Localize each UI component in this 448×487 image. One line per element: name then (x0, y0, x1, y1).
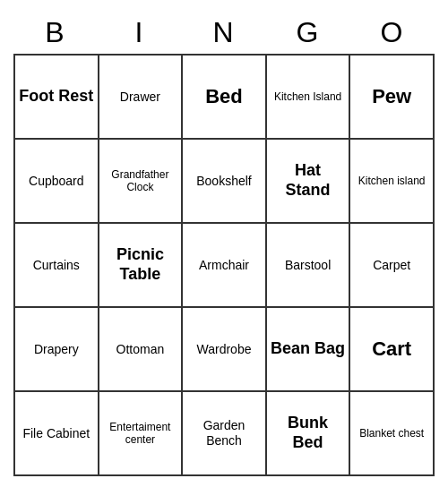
cell-text: Wardrobe (197, 342, 252, 357)
cell-text: Picnic Table (103, 245, 178, 284)
cell-1-0: Cupboard (15, 140, 99, 224)
cell-1-1: Grandfather Clock (99, 140, 184, 224)
cell-text: Blanket chest (359, 427, 424, 440)
cell-3-2: Wardrobe (183, 308, 267, 392)
cell-text: Barstool (285, 258, 331, 273)
cell-text: Carpet (373, 258, 410, 273)
bingo-grid: Foot RestDrawerBedKitchen IslandPewCupbo… (13, 54, 435, 476)
cell-2-2: Armchair (183, 224, 267, 308)
cell-text: Cupboard (29, 174, 84, 189)
cell-text: Pew (372, 85, 411, 108)
cell-text: File Cabinet (22, 426, 90, 441)
cell-text: Foot Rest (19, 87, 93, 107)
cell-2-1: Picnic Table (99, 224, 184, 308)
cell-text: Ottoman (116, 342, 165, 357)
cell-1-2: Bookshelf (183, 140, 267, 224)
cell-text: Kitchen Island (274, 90, 341, 103)
header-letter: N (182, 11, 266, 54)
cell-text: Armchair (199, 258, 249, 273)
cell-3-4: Cart (350, 308, 435, 392)
cell-1-3: Hat Stand (267, 140, 351, 224)
bingo-card: BINGO Foot RestDrawerBedKitchen IslandPe… (13, 11, 435, 476)
cell-text: Curtains (33, 258, 80, 273)
cell-text: Garden Bench (186, 418, 262, 449)
cell-2-3: Barstool (267, 224, 351, 308)
cell-4-3: Bunk Bed (267, 392, 351, 476)
cell-4-2: Garden Bench (183, 392, 267, 476)
cell-text: Drapery (34, 342, 79, 357)
cell-3-3: Bean Bag (267, 308, 351, 392)
cell-3-0: Drapery (15, 308, 99, 392)
cell-4-4: Blanket chest (350, 392, 435, 476)
bingo-header: BINGO (13, 11, 435, 54)
cell-text: Entertaiment center (103, 421, 178, 447)
cell-text: Bean Bag (271, 339, 345, 359)
cell-4-0: File Cabinet (15, 392, 99, 476)
cell-text: Cart (372, 337, 411, 361)
cell-text: Bookshelf (196, 174, 251, 189)
cell-2-4: Carpet (350, 224, 435, 308)
cell-1-4: Kitchen island (350, 140, 435, 224)
cell-0-4: Pew (350, 56, 435, 140)
cell-text: Drawer (120, 90, 160, 105)
header-letter: O (350, 11, 435, 54)
cell-4-1: Entertaiment center (99, 392, 184, 476)
cell-text: Bunk Bed (271, 414, 346, 452)
header-letter: B (13, 11, 98, 54)
cell-0-2: Bed (183, 56, 267, 140)
cell-text: Bed (205, 85, 243, 108)
cell-0-3: Kitchen Island (267, 56, 351, 140)
cell-text: Hat Stand (271, 161, 346, 200)
cell-0-1: Drawer (99, 56, 184, 140)
header-letter: G (266, 11, 350, 54)
cell-text: Grandfather Clock (103, 168, 178, 194)
header-letter: I (98, 11, 182, 54)
cell-3-1: Ottoman (99, 308, 184, 392)
cell-2-0: Curtains (15, 224, 99, 308)
cell-0-0: Foot Rest (15, 56, 99, 140)
cell-text: Kitchen island (358, 175, 426, 187)
